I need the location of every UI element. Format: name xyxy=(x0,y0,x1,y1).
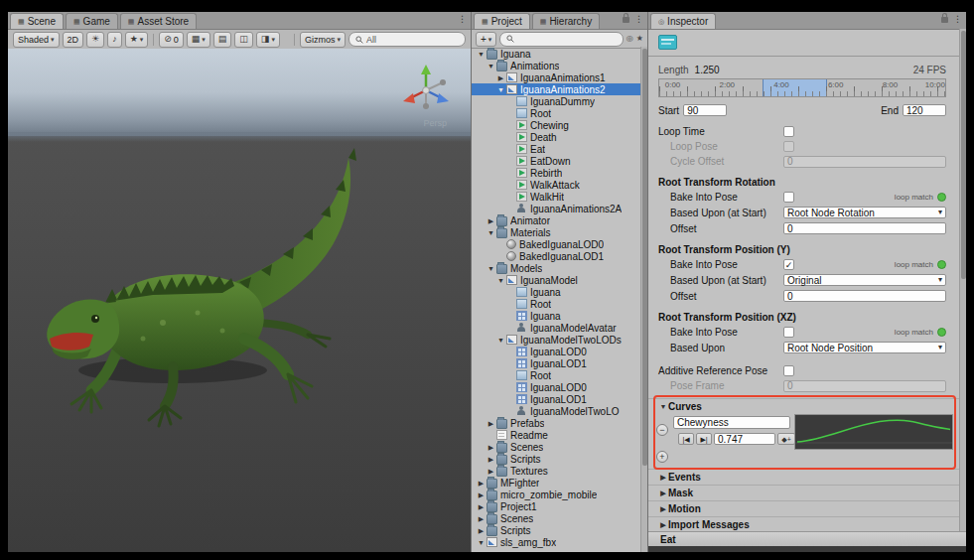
expand-arrow-icon[interactable]: ▶ xyxy=(477,491,486,498)
scene-menu-icon[interactable]: ⋮ xyxy=(458,15,467,24)
tree-item[interactable]: WalkAttack xyxy=(472,179,640,191)
expand-arrow-icon[interactable]: ▶ xyxy=(477,515,486,522)
project-scrollbar[interactable] xyxy=(640,47,647,552)
expand-arrow-icon[interactable]: ▶ xyxy=(487,456,495,463)
inspector-tab[interactable]: ◎ Inspector xyxy=(650,13,716,29)
step-last-button[interactable]: ▶| xyxy=(696,433,712,445)
project-menu-icon[interactable]: ⋮ xyxy=(634,15,643,24)
tree-item[interactable]: ▶ Scenes xyxy=(472,512,640,524)
gizmos-dropdown[interactable]: Gizmos ▾ xyxy=(300,32,346,48)
expand-arrow-icon[interactable]: ▶ xyxy=(477,480,486,487)
inspector-menu-icon[interactable]: ⋮ xyxy=(953,15,962,24)
tree-item[interactable]: ▶ Textures xyxy=(472,465,640,477)
curves-foldout[interactable]: ▼ Curves xyxy=(648,398,959,413)
curve-preview[interactable] xyxy=(794,414,953,450)
tree-item[interactable]: ▼ IguanaModelTwoLODs xyxy=(472,334,640,346)
tree-item[interactable]: Iguana xyxy=(472,286,640,298)
bake-into-pose-checkbox[interactable]: ✓ xyxy=(783,259,794,270)
expand-arrow-icon[interactable]: ▼ xyxy=(496,86,505,93)
tree-item[interactable]: ▶ IguanaAnimations1 xyxy=(472,71,640,83)
additive-reference-pose-checkbox[interactable] xyxy=(783,365,794,376)
tool-settings-button[interactable]: ◫ xyxy=(234,32,253,48)
expand-arrow-icon[interactable]: ▼ xyxy=(487,63,495,70)
tree-item[interactable]: ▶ Prefabs xyxy=(472,417,640,429)
tree-item[interactable]: ▶ MFighter xyxy=(472,477,640,489)
timeline-ruler[interactable]: 0:002:004:006:008:0010:00 xyxy=(658,78,946,97)
tree-item[interactable]: IguanaModelTwoLO xyxy=(472,405,640,417)
tree-item[interactable]: EatDown xyxy=(472,155,640,167)
start-field[interactable]: 90 xyxy=(683,104,727,116)
tree-item[interactable]: Chewing xyxy=(472,119,640,131)
tree-item[interactable]: Readme xyxy=(472,429,640,441)
tree-item[interactable]: ▶ Scenes xyxy=(472,441,640,453)
project-area-tab[interactable]: ▦ Project xyxy=(474,13,530,29)
snap-toggle[interactable]: ▤ xyxy=(213,32,232,48)
expand-arrow-icon[interactable]: ▶ xyxy=(487,444,495,451)
tree-item[interactable]: IguanaModelAvatar xyxy=(472,322,640,334)
scene-search-input[interactable]: All xyxy=(348,32,466,47)
curve-value-field[interactable]: 0.747 xyxy=(714,433,775,445)
tree-item[interactable]: IguanaLOD0 xyxy=(472,381,640,393)
based-upon-dropdown[interactable]: Root Node Rotation xyxy=(783,207,946,218)
tree-item[interactable]: ▼ Animations xyxy=(472,60,640,71)
inspector-foldout[interactable]: ▶ Events xyxy=(648,469,959,485)
tree-item[interactable]: Root xyxy=(472,107,640,119)
expand-arrow-icon[interactable]: ▼ xyxy=(477,51,486,58)
scene-view-tab[interactable]: ▦ Asset Store xyxy=(120,13,197,29)
step-first-button[interactable]: |◀ xyxy=(678,433,694,445)
tree-item[interactable]: Root xyxy=(472,369,640,381)
based-upon-dropdown[interactable]: Original xyxy=(783,274,946,286)
tree-item[interactable]: BakedIguanaLOD1 xyxy=(472,250,640,262)
tree-item[interactable]: Rebirth xyxy=(472,167,640,179)
effects-dropdown[interactable]: ★ ▾ xyxy=(125,32,149,48)
tree-item[interactable]: IguanaAnimations2A xyxy=(472,203,640,214)
tree-item[interactable]: Eat xyxy=(472,143,640,155)
tree-item[interactable]: WalkHit xyxy=(472,191,640,203)
expand-arrow-icon[interactable]: ▶ xyxy=(477,527,486,534)
lock-icon[interactable] xyxy=(941,17,948,23)
tree-item[interactable]: Death xyxy=(472,131,640,143)
grid-dropdown[interactable]: ▦ ▾ xyxy=(187,32,210,48)
tree-item[interactable]: ▼ sls_amg_fbx xyxy=(472,536,640,548)
expand-arrow-icon[interactable]: ▶ xyxy=(496,74,505,81)
based-upon-dropdown[interactable]: Root Node Position xyxy=(783,342,946,353)
expand-arrow-icon[interactable]: ▶ xyxy=(487,420,495,427)
shading-mode-dropdown[interactable]: Shaded ▾ xyxy=(13,32,60,48)
expand-arrow-icon[interactable]: ▼ xyxy=(496,277,505,284)
projection-mode-label[interactable]: Persp xyxy=(423,118,447,128)
lock-icon[interactable] xyxy=(623,17,629,23)
loop-time-checkbox[interactable] xyxy=(783,126,794,137)
expand-arrow-icon[interactable]: ▶ xyxy=(487,468,495,475)
camera-settings-dropdown[interactable]: ◨ ▾ xyxy=(256,32,280,48)
expand-arrow-icon[interactable]: ▼ xyxy=(487,229,495,236)
curve-name-field[interactable]: Chewyness xyxy=(673,416,790,429)
inspector-foldout[interactable]: ▶ Mask xyxy=(648,485,959,500)
end-field[interactable]: 120 xyxy=(903,104,946,116)
inspector-foldout[interactable]: ▶ Import Messages xyxy=(648,516,959,532)
project-search-input[interactable] xyxy=(499,32,623,47)
tree-item[interactable]: ▼ IguanaModel xyxy=(472,274,640,286)
scene-view-tab[interactable]: ▦ Game xyxy=(66,13,118,29)
audio-toggle[interactable]: ♪ xyxy=(107,32,122,48)
inspector-scrollbar[interactable] xyxy=(959,29,966,531)
tree-item[interactable]: ▶ micro_zombie_mobile xyxy=(472,489,640,500)
expand-arrow-icon[interactable]: ▼ xyxy=(496,337,505,344)
project-area-tab[interactable]: ▦ Hierarchy xyxy=(532,13,600,29)
tree-item[interactable]: Iguana xyxy=(472,310,640,322)
tree-item[interactable]: IguanaLOD0 xyxy=(472,346,640,357)
expand-arrow-icon[interactable]: ▼ xyxy=(487,265,495,272)
scene-view-tab[interactable]: ▦ Scene xyxy=(10,13,64,29)
tree-item[interactable]: BakedIguanaLOD0 xyxy=(472,238,640,250)
add-key-icon[interactable]: ◆+ xyxy=(777,433,795,445)
offset-field[interactable]: 0 xyxy=(783,290,946,302)
inspector-foldout[interactable]: ▶ Motion xyxy=(648,500,959,516)
bake-into-pose-checkbox[interactable] xyxy=(783,327,794,338)
offset-field[interactable]: 0 xyxy=(783,222,946,234)
lighting-toggle[interactable]: ☀ xyxy=(86,32,104,48)
expand-arrow-icon[interactable]: ▶ xyxy=(487,217,495,224)
inspector-scrollbar-thumb[interactable] xyxy=(961,31,966,279)
tree-item[interactable]: ▶ Scripts xyxy=(472,453,640,465)
tree-item[interactable]: IguanaLOD1 xyxy=(472,393,640,405)
tree-item[interactable]: ▶ Project1 xyxy=(472,500,640,512)
expand-arrow-icon[interactable]: ▶ xyxy=(477,503,486,510)
